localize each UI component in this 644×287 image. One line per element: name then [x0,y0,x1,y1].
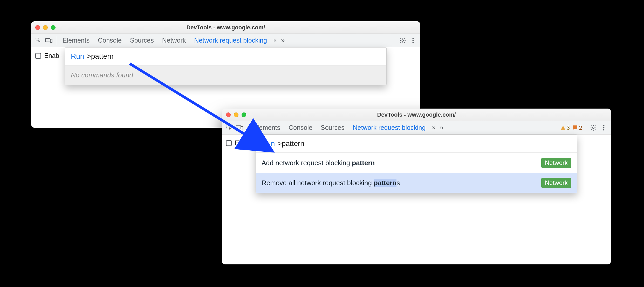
checkbox-icon[interactable] [226,140,232,146]
tab-elements[interactable]: Elements [250,122,284,134]
window-title: DevTools - www.google.com/ [31,24,420,31]
enable-blocking-label: Enab [235,139,250,147]
more-tabs-icon[interactable]: » [279,36,285,44]
command-result-label: Remove all network request blocking patt… [262,179,400,187]
command-prefix: Run [71,52,84,61]
close-tab-icon[interactable]: × [430,124,437,131]
command-result-label: Add network request blocking pattern [262,159,375,167]
command-prefix: Run [262,139,275,148]
warnings-count: 3 [567,124,570,131]
close-window-icon[interactable] [35,25,40,30]
tab-elements[interactable]: Elements [59,35,93,46]
inspect-element-icon[interactable] [34,36,43,45]
command-category-chip: Network [541,158,571,168]
device-toggle-icon[interactable] [235,123,244,132]
device-toggle-icon[interactable] [44,36,53,45]
gear-icon[interactable] [589,123,598,132]
titlebar[interactable]: DevTools - www.google.com/ [31,21,420,34]
traffic-lights [31,25,56,30]
devtools-toolbar: Elements Console Sources Network Network… [31,34,420,47]
kebab-menu-icon[interactable] [599,123,608,132]
more-tabs-icon[interactable]: » [438,124,443,132]
command-query: >pattern [87,52,114,61]
svg-point-11 [593,127,594,129]
toolbar-divider [247,124,247,132]
command-query: >pattern [277,139,304,148]
command-menu: Run >pattern Add network request blockin… [256,135,577,193]
svg-point-14 [603,129,605,130]
svg-rect-10 [573,125,577,129]
toolbar-divider [586,124,586,132]
svg-rect-1 [45,38,50,42]
maximize-window-icon[interactable] [51,25,56,30]
svg-point-3 [402,39,404,41]
svg-point-5 [413,40,414,41]
issues-badge[interactable]: 2 [572,124,583,131]
svg-rect-9 [241,126,243,130]
command-category-chip: Network [541,178,571,188]
tab-console[interactable]: Console [94,35,125,46]
command-result-remove-patterns[interactable]: Remove all network request blocking patt… [256,173,577,193]
svg-rect-8 [236,126,241,129]
svg-point-12 [603,125,605,126]
devtools-window-after: DevTools - www.google.com/ Elements Cons… [222,109,611,264]
close-tab-icon[interactable]: × [272,37,278,44]
tab-console[interactable]: Console [285,122,316,134]
warning-icon [560,125,566,130]
enable-blocking-label: Enab [44,52,59,59]
close-window-icon[interactable] [226,112,231,117]
minimize-window-icon[interactable] [234,112,238,117]
command-menu-input[interactable]: Run >pattern [65,48,386,65]
svg-point-4 [413,38,414,39]
tab-network[interactable]: Network [159,35,190,46]
svg-point-6 [413,42,414,43]
titlebar[interactable]: DevTools - www.google.com/ [222,109,611,121]
window-title: DevTools - www.google.com/ [222,111,611,118]
traffic-lights [222,112,246,117]
command-menu-input[interactable]: Run >pattern [256,135,577,153]
issues-count: 2 [579,124,582,131]
svg-point-13 [603,127,605,128]
minimize-window-icon[interactable] [43,25,48,30]
svg-rect-2 [50,39,52,43]
command-result-add-pattern[interactable]: Add network request blocking pattern Net… [256,153,577,173]
gear-icon[interactable] [398,36,407,45]
maximize-window-icon[interactable] [242,112,246,117]
kebab-menu-icon[interactable] [408,36,418,45]
tab-sources[interactable]: Sources [317,122,348,134]
tab-network-request-blocking[interactable]: Network request blocking [190,35,271,46]
warnings-badge[interactable]: 3 [559,124,571,131]
command-menu: Run >pattern No commands found [65,47,387,85]
command-menu-empty: No commands found [65,65,386,85]
inspect-element-icon[interactable] [224,123,234,132]
tab-network-request-blocking[interactable]: Network request blocking [349,122,429,134]
checkbox-icon[interactable] [35,53,41,59]
tab-sources[interactable]: Sources [126,35,157,46]
toolbar-divider [56,36,56,45]
issue-icon [573,125,578,130]
devtools-toolbar: Elements Console Sources Network request… [222,121,611,135]
